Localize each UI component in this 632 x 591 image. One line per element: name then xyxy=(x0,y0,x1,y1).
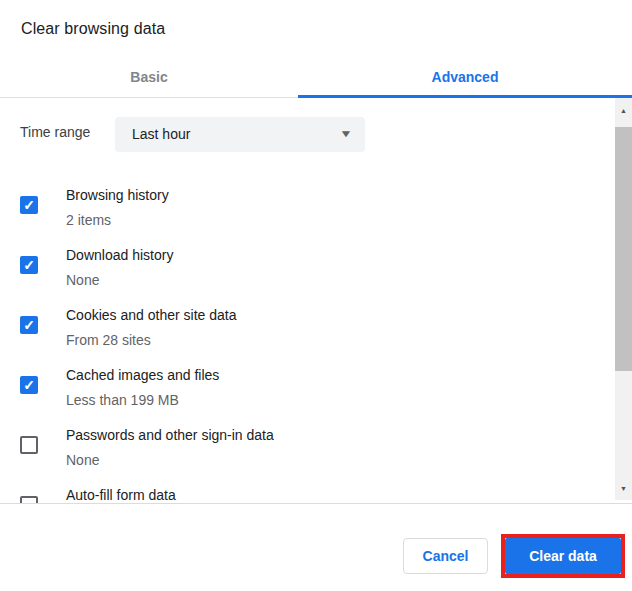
row-sublabel: None xyxy=(66,272,99,288)
time-range-select[interactable]: Last hour ▼ xyxy=(115,117,365,152)
data-type-row-cached-images-and-files: ✓Cached images and filesLess than 199 MB xyxy=(0,365,600,411)
cancel-button[interactable]: Cancel xyxy=(403,538,488,574)
row-sublabel: Less than 199 MB xyxy=(66,392,179,408)
check-icon: ✓ xyxy=(20,376,38,394)
checkbox-passwords-and-other-sign-in-data[interactable] xyxy=(20,436,38,454)
dialog-footer: Cancel Clear data xyxy=(0,503,632,591)
dialog-scroll-content: Time range Last hour ▼ ✓Browsing history… xyxy=(0,98,632,503)
row-label: Passwords and other sign-in data xyxy=(66,427,274,443)
row-label: Download history xyxy=(66,247,173,263)
scroll-up-icon[interactable]: ▲ xyxy=(615,102,632,119)
row-sublabel: From 28 sites xyxy=(66,332,151,348)
caret-down-icon: ▼ xyxy=(339,117,353,152)
data-type-row-browsing-history: ✓Browsing history2 items xyxy=(0,185,600,231)
check-icon: ✓ xyxy=(20,196,38,214)
check-icon: ✓ xyxy=(20,256,38,274)
tab-bar: Basic Advanced xyxy=(0,55,632,98)
time-range-label: Time range xyxy=(20,124,90,140)
checkbox-cached-images-and-files[interactable]: ✓ xyxy=(20,376,38,394)
row-label: Cached images and files xyxy=(66,367,219,383)
check-icon: ✓ xyxy=(20,316,38,334)
tab-basic[interactable]: Basic xyxy=(0,55,298,98)
dialog-title: Clear browsing data xyxy=(21,20,165,38)
row-sublabel: None xyxy=(66,452,99,468)
row-label: Auto-fill form data xyxy=(66,487,176,503)
row-sublabel: 2 items xyxy=(66,212,111,228)
clear-data-button[interactable]: Clear data xyxy=(505,538,621,574)
checkbox-download-history[interactable]: ✓ xyxy=(20,256,38,274)
checkbox-browsing-history[interactable]: ✓ xyxy=(20,196,38,214)
data-type-row-passwords-and-other-sign-in-data: Passwords and other sign-in dataNone xyxy=(0,425,600,471)
data-type-row-download-history: ✓Download historyNone xyxy=(0,245,600,291)
data-type-row-cookies-and-other-site-data: ✓Cookies and other site dataFrom 28 site… xyxy=(0,305,600,351)
checkbox-auto-fill-form-data[interactable] xyxy=(20,496,38,503)
row-label: Cookies and other site data xyxy=(66,307,236,323)
scroll-down-icon[interactable]: ▼ xyxy=(615,480,632,497)
red-highlight-annotation: Clear data xyxy=(501,534,625,578)
tab-advanced-label: Advanced xyxy=(432,69,499,85)
time-range-selected-value: Last hour xyxy=(132,117,190,152)
clear-browsing-data-dialog: Clear browsing data Basic Advanced Time … xyxy=(0,0,632,591)
vertical-scrollbar[interactable]: ▲ ▼ xyxy=(615,98,632,500)
tab-advanced[interactable]: Advanced xyxy=(298,55,632,98)
checkbox-cookies-and-other-site-data[interactable]: ✓ xyxy=(20,316,38,334)
scrollbar-thumb[interactable] xyxy=(615,127,632,371)
data-type-row-auto-fill-form-data: Auto-fill form data xyxy=(0,485,600,503)
row-label: Browsing history xyxy=(66,187,169,203)
tab-basic-label: Basic xyxy=(130,69,167,85)
